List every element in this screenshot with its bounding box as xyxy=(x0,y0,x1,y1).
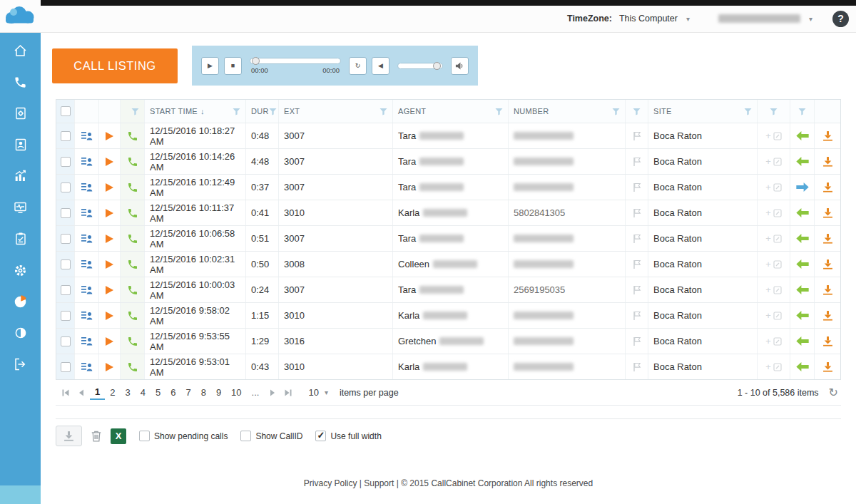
flag-icon[interactable] xyxy=(633,362,641,372)
edit-icon[interactable] xyxy=(773,132,782,140)
page-number[interactable]: 7 xyxy=(180,386,195,399)
flag-icon[interactable] xyxy=(633,285,641,295)
edit-icon[interactable] xyxy=(773,158,782,166)
row-checkbox[interactable] xyxy=(61,208,71,218)
contacts-icon[interactable] xyxy=(81,207,93,218)
edit-icon[interactable] xyxy=(773,209,782,217)
download-selected-button[interactable] xyxy=(56,426,82,446)
sidebar-item-logout[interactable] xyxy=(0,356,41,373)
download-call-icon[interactable] xyxy=(822,336,833,346)
add-note-icon[interactable]: + xyxy=(765,285,771,294)
add-note-icon[interactable]: + xyxy=(765,336,771,346)
download-call-icon[interactable] xyxy=(822,182,833,192)
contacts-icon[interactable] xyxy=(81,130,93,141)
timezone-dropdown-caret-icon[interactable]: ▾ xyxy=(686,15,690,23)
contacts-icon[interactable] xyxy=(81,259,93,269)
progress-slider[interactable] xyxy=(250,58,341,64)
flag-icon[interactable] xyxy=(633,259,641,269)
filter-funnel-icon[interactable] xyxy=(798,108,806,115)
header-dur[interactable]: DUR xyxy=(246,100,279,123)
filter-funnel-icon[interactable] xyxy=(269,108,277,115)
call-phone-icon[interactable] xyxy=(127,361,138,373)
download-call-icon[interactable] xyxy=(822,310,833,321)
page-number[interactable]: 5 xyxy=(151,386,165,399)
row-checkbox[interactable] xyxy=(61,336,71,346)
call-phone-icon[interactable] xyxy=(127,207,138,219)
play-call-icon[interactable] xyxy=(106,183,113,192)
sidebar-item-tasks[interactable] xyxy=(0,230,41,247)
header-start-time[interactable]: START TIME ↓ xyxy=(145,100,246,123)
row-checkbox[interactable] xyxy=(61,131,71,141)
show-callid-checkbox[interactable] xyxy=(240,431,251,441)
row-checkbox[interactable] xyxy=(61,234,71,244)
privacy-policy-link[interactable]: Privacy Policy xyxy=(304,478,357,488)
user-name-redacted[interactable] xyxy=(718,14,800,23)
progress-handle[interactable] xyxy=(252,57,260,65)
table-row[interactable]: 12/15/2016 10:18:27 AM 0:48 3007 Tara Bo… xyxy=(56,123,840,148)
row-checkbox[interactable] xyxy=(61,157,71,167)
loop-button[interactable]: ↻ xyxy=(349,57,367,75)
play-call-icon[interactable] xyxy=(106,158,113,166)
add-note-icon[interactable]: + xyxy=(765,182,771,192)
page-number[interactable]: 6 xyxy=(165,386,180,399)
add-note-icon[interactable]: + xyxy=(765,157,771,166)
filter-funnel-icon[interactable] xyxy=(379,108,387,115)
next-page-button[interactable] xyxy=(265,386,280,400)
page-number[interactable]: 8 xyxy=(196,386,211,399)
delete-button[interactable] xyxy=(91,430,102,442)
add-note-icon[interactable]: + xyxy=(765,311,771,320)
contacts-icon[interactable] xyxy=(81,361,93,372)
flag-icon[interactable] xyxy=(633,336,641,346)
download-call-icon[interactable] xyxy=(822,130,833,141)
table-row[interactable]: 12/15/2016 10:11:37 AM 0:41 3010 Karla 5… xyxy=(56,200,840,225)
refresh-icon[interactable]: ↻ xyxy=(829,386,838,399)
sidebar-item-contacts[interactable] xyxy=(0,136,41,153)
filter-funnel-icon[interactable] xyxy=(744,108,752,115)
contacts-icon[interactable] xyxy=(81,182,93,192)
help-button[interactable]: ? xyxy=(832,11,849,27)
table-row[interactable]: 12/15/2016 10:02:31 AM 0:50 3008 Colleen… xyxy=(56,251,840,277)
add-note-icon[interactable]: + xyxy=(765,131,771,140)
prev-page-button[interactable] xyxy=(74,386,88,400)
play-call-icon[interactable] xyxy=(106,132,113,140)
edit-icon[interactable] xyxy=(773,183,782,192)
volume-handle[interactable] xyxy=(433,62,441,70)
sidebar-item-settings[interactable] xyxy=(0,262,41,279)
sidebar-item-reports[interactable] xyxy=(0,168,41,185)
header-ext[interactable]: EXT xyxy=(279,100,393,123)
page-number[interactable]: 1 xyxy=(90,385,105,400)
table-row[interactable]: 12/15/2016 9:53:55 AM 1:29 3016 Gretchen… xyxy=(56,328,840,354)
sidebar-item-call-listing[interactable] xyxy=(0,73,41,91)
call-phone-icon[interactable] xyxy=(127,182,138,193)
filter-funnel-icon[interactable] xyxy=(233,108,240,115)
use-full-width-checkbox[interactable] xyxy=(315,431,326,441)
call-listing-button[interactable]: CALL LISTING xyxy=(52,48,178,83)
edit-icon[interactable] xyxy=(773,235,782,243)
contacts-icon[interactable] xyxy=(81,336,93,346)
page-number[interactable]: 4 xyxy=(136,386,151,399)
support-link[interactable]: Support xyxy=(364,478,394,488)
table-row[interactable]: 12/15/2016 10:14:26 AM 4:48 3007 Tara Bo… xyxy=(56,148,840,174)
flag-icon[interactable] xyxy=(633,157,641,167)
call-phone-icon[interactable] xyxy=(127,130,138,142)
play-button[interactable]: ▶ xyxy=(201,57,219,75)
flag-icon[interactable] xyxy=(633,234,641,244)
rewind-button[interactable]: ◀ xyxy=(372,57,389,75)
select-all-checkbox[interactable] xyxy=(61,106,71,116)
flag-icon[interactable] xyxy=(633,311,641,321)
edit-icon[interactable] xyxy=(773,312,782,320)
speaker-button[interactable] xyxy=(451,57,469,75)
row-checkbox[interactable] xyxy=(61,311,71,321)
flag-icon[interactable] xyxy=(633,208,641,218)
sort-descending-icon[interactable]: ↓ xyxy=(200,107,205,115)
edit-icon[interactable] xyxy=(773,286,782,294)
call-phone-icon[interactable] xyxy=(127,336,138,347)
filter-funnel-icon[interactable] xyxy=(131,108,139,115)
filter-funnel-icon[interactable] xyxy=(633,108,641,115)
play-call-icon[interactable] xyxy=(106,312,113,320)
edit-icon[interactable] xyxy=(773,337,782,346)
flag-icon[interactable] xyxy=(633,182,641,192)
flag-icon[interactable] xyxy=(633,131,641,141)
download-call-icon[interactable] xyxy=(822,156,833,167)
sidebar-item-usage[interactable] xyxy=(0,324,41,341)
